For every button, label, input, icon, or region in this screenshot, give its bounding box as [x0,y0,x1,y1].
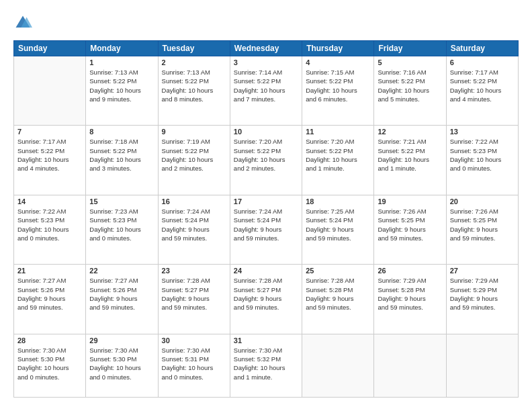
day-info: Sunrise: 7:22 AM Sunset: 5:23 PM Dayligh… [17,207,82,242]
calendar-cell: 6Sunrise: 7:17 AM Sunset: 5:22 PM Daylig… [446,56,518,126]
calendar-cell: 17Sunrise: 7:24 AM Sunset: 5:24 PM Dayli… [230,195,302,264]
calendar-cell: 5Sunrise: 7:16 AM Sunset: 5:22 PM Daylig… [374,56,446,126]
weekday-sunday: Sunday [14,41,86,56]
calendar-cell: 18Sunrise: 7:25 AM Sunset: 5:24 PM Dayli… [302,195,374,264]
calendar-cell: 25Sunrise: 7:28 AM Sunset: 5:28 PM Dayli… [302,265,374,334]
day-number: 14 [17,197,82,205]
day-number: 15 [89,197,154,205]
day-number: 27 [450,267,515,275]
day-info: Sunrise: 7:24 AM Sunset: 5:24 PM Dayligh… [234,207,298,242]
day-number: 3 [234,58,298,66]
day-info: Sunrise: 7:29 AM Sunset: 5:29 PM Dayligh… [450,276,515,312]
weekday-wednesday: Wednesday [230,41,302,56]
day-number: 17 [234,197,298,205]
day-number: 29 [89,336,154,345]
day-number: 11 [306,128,370,136]
day-number: 18 [306,197,370,205]
calendar-cell: 2Sunrise: 7:13 AM Sunset: 5:22 PM Daylig… [158,56,230,126]
day-info: Sunrise: 7:26 AM Sunset: 5:25 PM Dayligh… [378,207,442,242]
calendar-cell: 19Sunrise: 7:26 AM Sunset: 5:25 PM Dayli… [374,195,446,264]
calendar-cell: 20Sunrise: 7:26 AM Sunset: 5:25 PM Dayli… [446,195,518,264]
weekday-header-row: SundayMondayTuesdayWednesdayThursdayFrid… [14,41,519,56]
calendar-cell: 28Sunrise: 7:30 AM Sunset: 5:30 PM Dayli… [14,334,86,397]
calendar-cell: 23Sunrise: 7:28 AM Sunset: 5:27 PM Dayli… [158,265,230,334]
calendar-cell: 10Sunrise: 7:20 AM Sunset: 5:22 PM Dayli… [230,126,302,195]
calendar-cell: 26Sunrise: 7:29 AM Sunset: 5:28 PM Dayli… [374,265,446,334]
day-info: Sunrise: 7:21 AM Sunset: 5:22 PM Dayligh… [378,137,442,173]
calendar-cell: 7Sunrise: 7:17 AM Sunset: 5:22 PM Daylig… [14,126,86,195]
calendar-cell: 8Sunrise: 7:18 AM Sunset: 5:22 PM Daylig… [86,126,158,195]
calendar-cell: 15Sunrise: 7:23 AM Sunset: 5:23 PM Dayli… [86,195,158,264]
day-number: 16 [162,197,226,205]
day-number: 23 [162,267,226,275]
weekday-monday: Monday [86,41,158,56]
day-info: Sunrise: 7:24 AM Sunset: 5:24 PM Dayligh… [162,207,226,242]
weekday-tuesday: Tuesday [158,41,230,56]
day-number: 5 [378,58,442,66]
day-number: 2 [162,58,226,66]
day-info: Sunrise: 7:17 AM Sunset: 5:22 PM Dayligh… [17,137,82,173]
day-number: 25 [306,267,370,275]
calendar-cell: 31Sunrise: 7:30 AM Sunset: 5:32 PM Dayli… [230,334,302,397]
day-number: 13 [450,128,515,136]
day-number: 8 [89,128,154,136]
logo [13,13,35,32]
day-info: Sunrise: 7:20 AM Sunset: 5:22 PM Dayligh… [234,137,298,173]
day-number: 10 [234,128,298,136]
day-number: 6 [450,58,515,66]
day-info: Sunrise: 7:22 AM Sunset: 5:23 PM Dayligh… [450,137,515,173]
day-info: Sunrise: 7:23 AM Sunset: 5:23 PM Dayligh… [89,207,154,242]
week-row-3: 14Sunrise: 7:22 AM Sunset: 5:23 PM Dayli… [14,195,519,264]
calendar-table: SundayMondayTuesdayWednesdayThursdayFrid… [13,40,519,398]
calendar-cell: 9Sunrise: 7:19 AM Sunset: 5:22 PM Daylig… [158,126,230,195]
weekday-saturday: Saturday [446,41,518,56]
week-row-1: 1Sunrise: 7:13 AM Sunset: 5:22 PM Daylig… [14,56,519,126]
calendar-cell: 4Sunrise: 7:15 AM Sunset: 5:22 PM Daylig… [302,56,374,126]
day-number: 1 [89,58,154,66]
day-number: 21 [17,267,82,275]
calendar-cell: 3Sunrise: 7:14 AM Sunset: 5:22 PM Daylig… [230,56,302,126]
week-row-4: 21Sunrise: 7:27 AM Sunset: 5:26 PM Dayli… [14,265,519,334]
calendar-cell: 11Sunrise: 7:20 AM Sunset: 5:22 PM Dayli… [302,126,374,195]
day-number: 19 [378,197,442,205]
day-info: Sunrise: 7:25 AM Sunset: 5:24 PM Dayligh… [306,207,370,242]
day-info: Sunrise: 7:14 AM Sunset: 5:22 PM Dayligh… [234,68,298,103]
day-info: Sunrise: 7:29 AM Sunset: 5:28 PM Dayligh… [378,276,442,312]
weekday-thursday: Thursday [302,41,374,56]
calendar-cell [374,334,446,397]
calendar-cell: 24Sunrise: 7:28 AM Sunset: 5:27 PM Dayli… [230,265,302,334]
day-number: 31 [234,336,298,345]
calendar-cell: 12Sunrise: 7:21 AM Sunset: 5:22 PM Dayli… [374,126,446,195]
calendar-cell: 30Sunrise: 7:30 AM Sunset: 5:31 PM Dayli… [158,334,230,397]
day-number: 7 [17,128,82,136]
day-number: 28 [17,336,82,345]
day-info: Sunrise: 7:30 AM Sunset: 5:32 PM Dayligh… [234,346,298,381]
calendar-cell: 1Sunrise: 7:13 AM Sunset: 5:22 PM Daylig… [86,56,158,126]
day-number: 20 [450,197,515,205]
day-info: Sunrise: 7:30 AM Sunset: 5:30 PM Dayligh… [17,346,82,381]
calendar-cell: 27Sunrise: 7:29 AM Sunset: 5:29 PM Dayli… [446,265,518,334]
page-header [13,13,519,32]
calendar-cell [14,56,86,126]
day-number: 24 [234,267,298,275]
calendar-cell: 14Sunrise: 7:22 AM Sunset: 5:23 PM Dayli… [14,195,86,264]
calendar-cell [302,334,374,397]
day-info: Sunrise: 7:19 AM Sunset: 5:22 PM Dayligh… [162,137,226,173]
calendar-cell [446,334,518,397]
calendar-cell: 29Sunrise: 7:30 AM Sunset: 5:30 PM Dayli… [86,334,158,397]
day-info: Sunrise: 7:30 AM Sunset: 5:31 PM Dayligh… [162,346,226,381]
weekday-friday: Friday [374,41,446,56]
day-number: 4 [306,58,370,66]
day-info: Sunrise: 7:27 AM Sunset: 5:26 PM Dayligh… [89,276,154,312]
day-number: 30 [162,336,226,345]
day-info: Sunrise: 7:15 AM Sunset: 5:22 PM Dayligh… [306,68,370,103]
calendar-cell: 13Sunrise: 7:22 AM Sunset: 5:23 PM Dayli… [446,126,518,195]
logo-icon [13,13,32,32]
day-info: Sunrise: 7:27 AM Sunset: 5:26 PM Dayligh… [17,276,82,312]
calendar-cell: 16Sunrise: 7:24 AM Sunset: 5:24 PM Dayli… [158,195,230,264]
day-info: Sunrise: 7:13 AM Sunset: 5:22 PM Dayligh… [89,68,154,103]
day-number: 12 [378,128,442,136]
day-info: Sunrise: 7:28 AM Sunset: 5:27 PM Dayligh… [162,276,226,312]
day-number: 26 [378,267,442,275]
day-number: 22 [89,267,154,275]
